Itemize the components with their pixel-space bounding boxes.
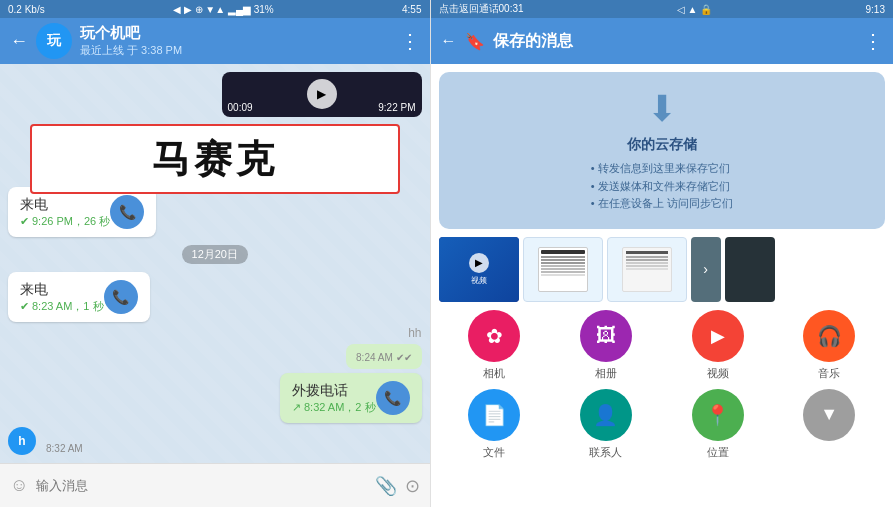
file-label: 文件 bbox=[483, 445, 505, 460]
video-circle[interactable]: ▶ bbox=[692, 310, 744, 362]
music-icon: 🎧 bbox=[817, 324, 842, 348]
cloud-desc-line-1: • 转发信息到这里来保存它们 bbox=[591, 160, 733, 178]
location-circle[interactable]: 📍 bbox=[692, 389, 744, 441]
call-title-out: 外拨电话 bbox=[292, 382, 376, 400]
location-label: 位置 bbox=[707, 445, 729, 460]
msg-call-outgoing: 外拨电话 ↗ 8:32 AM，2 秒 📞 bbox=[280, 373, 422, 423]
input-bar: ☺ 📎 ⊙ bbox=[0, 463, 430, 507]
chat-area: ▶ 00:09 9:22 PM 马赛克 00:07 8:22 PM 来电 ✔ 9… bbox=[0, 64, 430, 463]
call-title-2: 来电 bbox=[20, 281, 104, 299]
camera-icon[interactable]: ⊙ bbox=[405, 475, 420, 497]
cloud-download-icon: ⬇ bbox=[647, 88, 677, 130]
video-label: 视频 bbox=[707, 366, 729, 381]
status-bar-right: 点击返回通话00:31 ◁ ▲ 🔒 9:13 bbox=[431, 0, 893, 18]
call-info-out: 外拨电话 ↗ 8:32 AM，2 秒 bbox=[292, 382, 376, 415]
msg-out-time: 8:24 AM ✔✔ bbox=[356, 352, 411, 363]
status-icons-right: ◁ ▲ 🔒 bbox=[677, 4, 712, 15]
action-video[interactable]: ▶ 视频 bbox=[666, 310, 770, 381]
msg-time-label: 8:32 AM bbox=[42, 442, 87, 455]
right-panel: 点击返回通话00:31 ◁ ▲ 🔒 9:13 ← 🔖 保存的消息 ⋮ ⬇ 你的云… bbox=[431, 0, 893, 507]
msg-avatar-small: h bbox=[8, 427, 36, 455]
music-label: 音乐 bbox=[818, 366, 840, 381]
mosaic-text: 马赛克 bbox=[152, 134, 278, 185]
media-next-button[interactable]: › bbox=[691, 237, 721, 302]
gallery-circle[interactable]: 🖼 bbox=[580, 310, 632, 362]
music-circle[interactable]: 🎧 bbox=[803, 310, 855, 362]
msg-call-incoming-1: 来电 ✔ 9:26 PM，26 秒 📞 bbox=[8, 187, 156, 237]
camera-label: 相机 bbox=[483, 366, 505, 381]
back-button-right[interactable]: ← bbox=[441, 32, 457, 50]
more-icon: ▼ bbox=[820, 404, 838, 425]
cloud-description: • 转发信息到这里来保存它们 • 发送媒体和文件来存储它们 • 在任意设备上 访… bbox=[591, 160, 733, 213]
call-meta-1: ✔ 9:26 PM，26 秒 bbox=[20, 214, 110, 229]
media-thumbnails: ▶ 视频 bbox=[431, 237, 893, 302]
avatar-label: 玩 bbox=[47, 32, 61, 50]
header-info-left: 玩个机吧 最近上线 于 3:38 PM bbox=[80, 24, 392, 58]
call-phone-button-1[interactable]: 📞 bbox=[110, 195, 144, 229]
call-info-2: 来电 ✔ 8:23 AM，1 秒 bbox=[20, 281, 104, 314]
action-camera[interactable]: ✿ 相机 bbox=[443, 310, 547, 381]
location-icon: 📍 bbox=[705, 403, 730, 427]
message-input[interactable] bbox=[36, 471, 366, 501]
call-phone-button-2[interactable]: 📞 bbox=[104, 280, 138, 314]
left-panel: 0.2 Kb/s ◀ ▶ ⊕ ▼▲ ▂▄▆ 31% 4:55 ← 玩 玩个机吧 … bbox=[0, 0, 430, 507]
video-time: 9:22 PM bbox=[378, 102, 415, 113]
file-icon: 📄 bbox=[482, 403, 507, 427]
media-thumb-dark[interactable] bbox=[725, 237, 775, 302]
call-meta-2: ✔ 8:23 AM，1 秒 bbox=[20, 299, 104, 314]
media-thumb-doc-2[interactable] bbox=[607, 237, 687, 302]
contact-icon: 👤 bbox=[593, 403, 618, 427]
play-button[interactable]: ▶ bbox=[307, 79, 337, 109]
action-grid-row1: ✿ 相机 🖼 相册 ▶ 视频 🎧 音乐 bbox=[431, 302, 893, 389]
msg-row-time: h 8:32 AM bbox=[8, 427, 87, 455]
action-contact[interactable]: 👤 联系人 bbox=[554, 389, 658, 460]
msg-video: ▶ 00:09 9:22 PM bbox=[222, 72, 422, 117]
header-more-right[interactable]: ⋮ bbox=[863, 29, 883, 53]
msg-out-label: hh bbox=[408, 326, 421, 340]
cloud-desc-line-2: • 发送媒体和文件来存储它们 bbox=[591, 178, 733, 196]
emoji-icon[interactable]: ☺ bbox=[10, 475, 28, 496]
action-music[interactable]: 🎧 音乐 bbox=[777, 310, 881, 381]
video-duration: 00:09 bbox=[228, 102, 253, 113]
action-gallery[interactable]: 🖼 相册 bbox=[554, 310, 658, 381]
date-separator: 12月20日 bbox=[182, 245, 248, 264]
media-thumb-video[interactable]: ▶ 视频 bbox=[439, 237, 519, 302]
contact-label: 联系人 bbox=[589, 445, 622, 460]
mosaic-overlay: 马赛克 bbox=[30, 124, 400, 194]
bookmark-icon: 🔖 bbox=[465, 32, 485, 51]
attach-icon[interactable]: 📎 bbox=[375, 475, 397, 497]
header-avatar-left: 玩 bbox=[36, 23, 72, 59]
header-more-left[interactable]: ⋮ bbox=[400, 29, 420, 53]
media-thumb-doc-1[interactable] bbox=[523, 237, 603, 302]
msg-call-incoming-2: 来电 ✔ 8:23 AM，1 秒 📞 bbox=[8, 272, 150, 322]
chat-status: 最近上线 于 3:38 PM bbox=[80, 43, 392, 58]
call-phone-button-out[interactable]: 📞 bbox=[376, 381, 410, 415]
action-file[interactable]: 📄 文件 bbox=[443, 389, 547, 460]
chat-name: 玩个机吧 bbox=[80, 24, 392, 43]
header-right: ← 🔖 保存的消息 ⋮ bbox=[431, 18, 893, 64]
status-bar-left: 0.2 Kb/s ◀ ▶ ⊕ ▼▲ ▂▄▆ 31% 4:55 bbox=[0, 0, 430, 18]
status-time-left: 4:55 bbox=[402, 4, 421, 15]
file-circle[interactable]: 📄 bbox=[468, 389, 520, 441]
action-grid-row2: 📄 文件 👤 联系人 📍 位置 ▼ bbox=[431, 389, 893, 468]
cloud-storage-card: ⬇ 你的云存储 • 转发信息到这里来保存它们 • 发送媒体和文件来存储它们 • … bbox=[439, 72, 885, 229]
gallery-label: 相册 bbox=[595, 366, 617, 381]
contact-circle[interactable]: 👤 bbox=[580, 389, 632, 441]
status-time-right: 9:13 bbox=[866, 4, 885, 15]
action-more[interactable]: ▼ bbox=[777, 389, 881, 460]
back-button-left[interactable]: ← bbox=[10, 31, 28, 52]
cloud-title: 你的云存储 bbox=[627, 136, 697, 154]
video-icon: ▶ bbox=[711, 325, 725, 347]
camera-icon-inner: ✿ bbox=[486, 324, 503, 348]
camera-circle[interactable]: ✿ bbox=[468, 310, 520, 362]
more-circle[interactable]: ▼ bbox=[803, 389, 855, 441]
msg-out-bubble: 8:24 AM ✔✔ bbox=[346, 344, 421, 369]
call-meta-out: ↗ 8:32 AM，2 秒 bbox=[292, 400, 376, 415]
status-speed: 0.2 Kb/s bbox=[8, 4, 45, 15]
cloud-desc-line-3: • 在任意设备上 访问同步它们 bbox=[591, 195, 733, 213]
action-location[interactable]: 📍 位置 bbox=[666, 389, 770, 460]
status-icons-left: ◀ ▶ ⊕ ▼▲ ▂▄▆ 31% bbox=[173, 4, 274, 15]
header-left: ← 玩 玩个机吧 最近上线 于 3:38 PM ⋮ bbox=[0, 18, 430, 64]
saved-messages-title: 保存的消息 bbox=[493, 31, 855, 52]
status-call-return: 点击返回通话00:31 bbox=[439, 2, 524, 16]
